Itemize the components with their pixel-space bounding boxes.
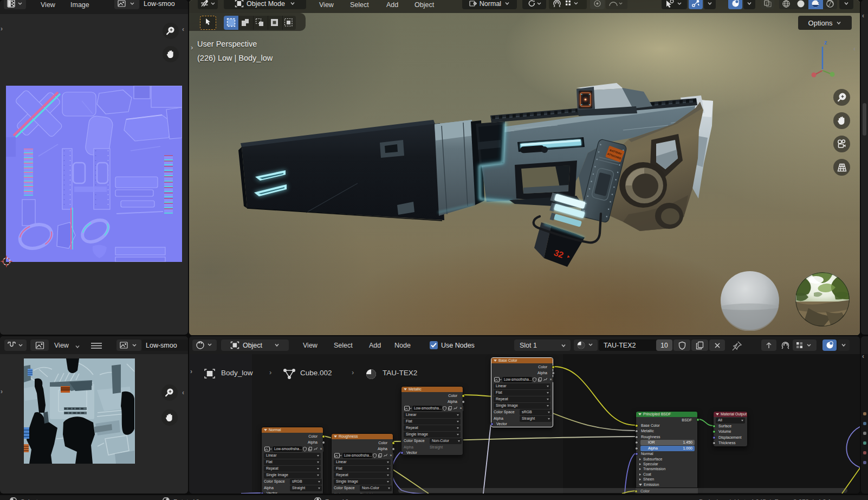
svg-text:z: z [824,39,827,46]
